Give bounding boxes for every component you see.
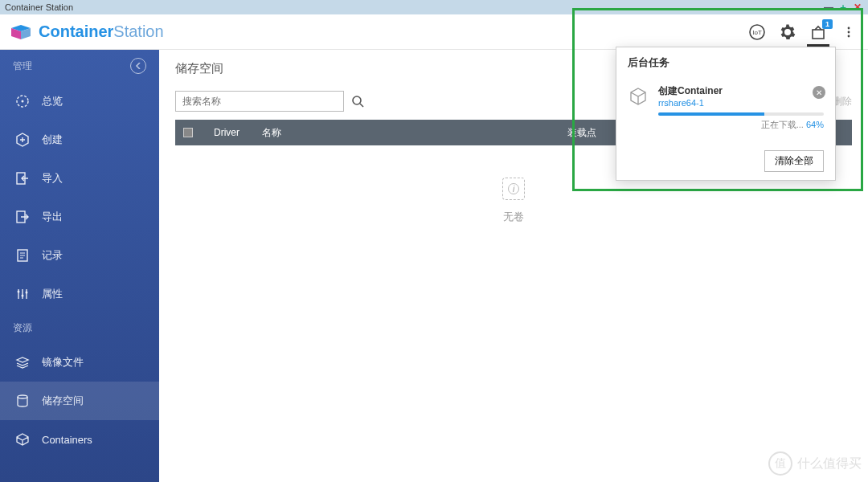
svg-point-3	[848, 27, 850, 29]
layers-icon	[14, 354, 31, 370]
os-titlebar: Container Station — ＋ ✕	[0, 0, 868, 14]
task-title: 创建Container	[658, 84, 824, 98]
svg-text:IoT: IoT	[752, 29, 762, 36]
export-icon	[14, 209, 31, 225]
watermark-icon: 值	[768, 451, 792, 476]
watermark: 值 什么值得买	[768, 451, 862, 476]
sliders-icon	[14, 286, 31, 302]
sidebar-section-manage: 管理	[0, 50, 159, 82]
document-icon	[14, 247, 31, 263]
popover-header: 后台任务	[616, 47, 835, 78]
sidebar-item-properties[interactable]: 属性	[0, 275, 159, 313]
logo-icon	[10, 23, 32, 41]
sidebar-item-label: 属性	[42, 287, 63, 301]
col-name[interactable]: 名称	[256, 126, 561, 140]
plus-hex-icon	[14, 132, 31, 148]
search-button[interactable]	[349, 92, 366, 110]
task-progress-bar	[658, 112, 824, 116]
sidebar-item-label: Containers	[42, 434, 92, 446]
window-minimize-button[interactable]: —	[823, 2, 834, 13]
sidebar-item-label: 导入	[42, 171, 63, 186]
settings-icon[interactable]	[778, 22, 797, 42]
sidebar-item-images[interactable]: 镜像文件	[0, 343, 159, 382]
watermark-text: 什么值得买	[797, 455, 862, 472]
svg-point-5	[848, 35, 850, 37]
sidebar-item-label: 储存空间	[42, 394, 84, 408]
import-icon	[14, 170, 31, 186]
task-item: 创建Container rrshare64-1 正在下载... 64% ✕	[616, 78, 835, 142]
sidebar-item-label: 镜像文件	[42, 355, 84, 370]
sidebar-item-label: 导出	[42, 210, 63, 224]
sidebar-item-import[interactable]: 导入	[0, 159, 159, 198]
window-close-button[interactable]: ✕	[852, 2, 863, 13]
tasks-icon[interactable]: 1	[809, 22, 828, 42]
clear-all-button[interactable]: 清除全部	[764, 150, 824, 172]
window-maximize-button[interactable]: ＋	[837, 2, 849, 13]
empty-text: 无卷	[503, 210, 524, 224]
task-status: 正在下载... 64%	[658, 119, 824, 131]
sidebar-item-overview[interactable]: 总览	[0, 82, 159, 120]
select-all-checkbox[interactable]	[183, 128, 193, 137]
sidebar-item-containers[interactable]: Containers	[0, 420, 159, 459]
tasks-popover: 后台任务 创建Container rrshare64-1 正在下载... 64%…	[616, 47, 836, 181]
search-input[interactable]	[175, 91, 344, 112]
svg-point-14	[26, 292, 28, 294]
app-logo: ContainerStation	[10, 22, 164, 41]
svg-point-13	[22, 295, 24, 297]
sidebar-collapse-button[interactable]	[130, 58, 146, 74]
svg-point-12	[18, 291, 20, 293]
svg-point-4	[848, 31, 850, 33]
svg-point-16	[353, 96, 361, 104]
sidebar-section-resources: 资源	[0, 313, 159, 343]
gauge-icon	[14, 93, 31, 109]
os-title: Container Station	[5, 2, 73, 12]
database-icon	[14, 393, 31, 409]
col-mount[interactable]: 装载点	[561, 126, 603, 140]
cube-icon	[14, 431, 31, 447]
col-driver[interactable]: Driver	[207, 127, 256, 138]
task-cancel-button[interactable]: ✕	[813, 86, 825, 99]
svg-point-15	[18, 395, 27, 398]
cube-icon	[628, 86, 649, 107]
sidebar-item-label: 总览	[42, 94, 63, 108]
sidebar-item-create[interactable]: 创建	[0, 120, 159, 159]
svg-rect-2	[813, 30, 824, 39]
svg-point-7	[22, 100, 24, 103]
empty-state: i 无卷	[175, 145, 852, 471]
info-icon: i	[502, 178, 525, 200]
sidebar: 管理 总览 创建 导入 导出	[0, 50, 159, 482]
sidebar-item-logs[interactable]: 记录	[0, 236, 159, 275]
app-header: ContainerStation IoT 1	[0, 14, 868, 50]
sidebar-item-label: 记录	[42, 248, 63, 263]
iot-icon[interactable]: IoT	[747, 22, 767, 42]
task-subtitle: rrshare64-1	[658, 98, 824, 108]
sidebar-item-label: 创建	[42, 133, 63, 147]
tasks-badge: 1	[822, 19, 833, 29]
sidebar-item-export[interactable]: 导出	[0, 198, 159, 236]
more-icon[interactable]	[839, 22, 858, 42]
logo-text: ContainerStation	[39, 22, 164, 41]
sidebar-item-volumes[interactable]: 储存空间	[0, 382, 159, 420]
